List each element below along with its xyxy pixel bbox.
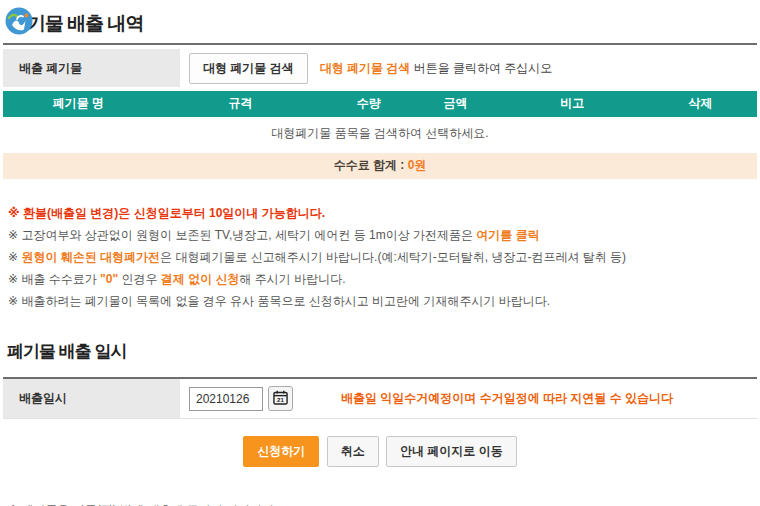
col-amount: 금액 [410,91,500,117]
search-hint: 대형 폐기물 검색 버튼을 클릭하여 주십시오 [320,60,553,77]
col-spec: 규격 [154,91,327,117]
table-header-row: 폐기물 명 규격 수량 금액 비고 삭제 [3,91,757,117]
date-notice: 배출일 익일수거예정이며 수거일정에 따라 지연될 수 있습니다 [341,390,673,407]
click-here-link[interactable]: 여기를 클릭 [476,228,539,242]
calendar-icon: 21 [273,390,288,408]
cancel-button[interactable]: 취소 [327,436,379,467]
note-zero-value: "0" [100,272,118,286]
large-waste-search-button[interactable]: 대형 폐기물 검색 [189,53,308,84]
footer-note-outside: ※ 폐기물을 건물(집) 밖에 배출해 주시기 바랍니다. [8,499,757,506]
discharge-waste-controls: 대형 폐기물 검색 대형 폐기물 검색 버튼을 클릭하여 주십시오 [180,49,757,87]
discharge-waste-label: 배출 폐기물 [3,49,180,87]
page-header: 폐기물 배출 내역 [3,0,757,40]
action-buttons: 신청하기 취소 안내 페이지로 이동 [3,436,757,467]
seoul-logo-icon [5,7,33,38]
note-refund: ※ 환불(배출일 변경)은 신청일로부터 10일이내 가능합니다. [8,202,757,224]
note-damaged: ※ 원형이 훼손된 대형폐가전은 대형폐기물로 신고해주시기 바랍니다.(예:세… [8,246,757,268]
col-delete: 삭제 [644,91,757,117]
discharge-date-label: 배출일시 [3,379,180,418]
search-hint-rest: 버튼을 클릭하여 주십시오 [410,61,552,75]
empty-message: 대형폐기물 품목을 검색하여 선택하세요. [3,117,757,153]
discharge-datetime-title: 폐기물 배출 일시 [7,340,757,363]
note-appliances-text: ※ 고장여부와 상관없이 원형이 보존된 TV,냉장고, 세탁기 에어컨 등 1… [8,228,476,242]
svg-text:21: 21 [277,396,284,403]
note-similar-item: ※ 배출하려는 폐기물이 목록에 없을 경우 유사 품목으로 신청하시고 비고란… [8,290,757,312]
discharge-date-row: 배출일시 21 배출일 익일수거예정이며 수거일정에 따라 지연될 수 있습니다 [3,379,757,419]
empty-row: 대형폐기물 품목을 검색하여 선택하세요. [3,117,757,153]
fee-total-bar: 수수료 합계 : 0원 [3,153,757,179]
guide-page-button[interactable]: 안내 페이지로 이동 [386,436,517,467]
note-zero-fee-a: ※ 배출 수수료가 [8,272,100,286]
notes-list: ※ 환불(배출일 변경)은 신청일로부터 10일이내 가능합니다. ※ 고장여부… [3,202,757,312]
waste-items-table: 폐기물 명 규격 수량 금액 비고 삭제 대형폐기물 품목을 검색하여 선택하세… [3,91,757,153]
footer-notes: ※ 폐기물을 건물(집) 밖에 배출해 주시기 바랍니다. ※ 수거시간은 평일… [3,499,757,506]
search-hint-highlight: 대형 폐기물 검색 [320,61,411,75]
discharge-date-controls: 21 배출일 익일수거예정이며 수거일정에 따라 지연될 수 있습니다 [180,379,757,418]
discharge-waste-row: 배출 폐기물 대형 폐기물 검색 대형 폐기물 검색 버튼을 클릭하여 주십시오 [3,49,757,87]
note-damaged-rest: 은 대형폐기물로 신고해주시기 바랍니다.(예:세탁기-모터탈취, 냉장고-컴프… [160,250,626,264]
col-waste-name: 폐기물 명 [3,91,154,117]
note-damaged-prefix: ※ [8,250,21,264]
note-zero-fee-b: 인경우 [118,272,161,286]
fee-total-value: 0원 [408,158,427,172]
note-appliances: ※ 고장여부와 상관없이 원형이 보존된 TV,냉장고, 세탁기 에어컨 등 1… [8,224,757,246]
note-zero-fee: ※ 배출 수수료가 "0" 인경우 결제 없이 신청해 주시기 바랍니다. [8,268,757,290]
note-damaged-highlight: 원형이 훼손된 대형폐가전 [21,250,160,264]
section-divider [3,43,757,45]
note-no-payment-highlight: 결제 없이 신청 [161,272,240,286]
calendar-button[interactable]: 21 [268,386,293,411]
note-zero-fee-c: 해 주시기 바랍니다. [239,272,345,286]
discharge-date-input[interactable] [189,387,263,411]
submit-button[interactable]: 신청하기 [243,436,319,467]
col-remark: 비고 [501,91,644,117]
fee-total-label: 수수료 합계 : [334,158,408,172]
col-quantity: 수량 [327,91,410,117]
waste-disposal-page: 폐기물 배출 내역 배출 폐기물 대형 폐기물 검색 대형 폐기물 검색 버튼을… [0,0,760,506]
